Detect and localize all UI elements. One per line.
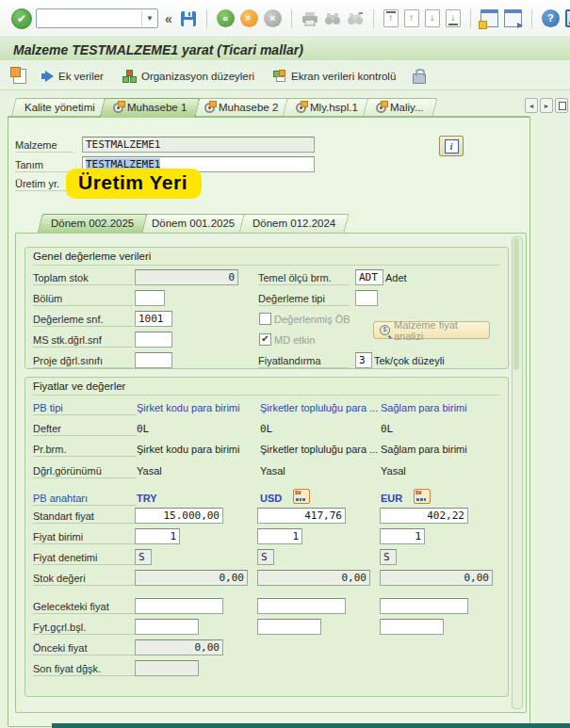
first-page-button[interactable]: ↑	[383, 8, 399, 30]
binoculars-icon	[324, 11, 341, 26]
customize-layout-button[interactable]	[564, 8, 570, 30]
pr-brm-usd: Şirketler topluluğu para ...	[260, 444, 378, 455]
command-field[interactable]: ▼	[36, 8, 158, 28]
toplam-stok-label: Toplam stok	[33, 272, 133, 285]
fiyatlandirma-field[interactable]: 3	[355, 352, 372, 368]
save-button[interactable]	[179, 8, 198, 30]
toolbar-separator	[291, 9, 292, 28]
malzeme-fiyat-analizi-button: $ Malzeme fiyat analizi	[373, 321, 490, 339]
exchange-rate-icon[interactable]	[293, 489, 310, 504]
pb-tipi-eur: Sağlam para birimi	[381, 402, 467, 413]
toolbar-separator	[531, 9, 532, 28]
uretim-yeri-label: Üretim yr.	[15, 178, 73, 191]
temel-olcu-field[interactable]: ADT	[355, 269, 383, 285]
tab-donem-012-2024[interactable]: Dönem 012.2024	[239, 214, 350, 234]
malzeme-field: TESTMALZEME1	[82, 137, 315, 153]
toplam-stok-field: 0	[135, 269, 238, 285]
find-button[interactable]	[323, 8, 342, 30]
fyt-gcrl-bsl-eur-field[interactable]	[380, 619, 444, 635]
degerleme-snf-label: Değerleme snf.	[33, 314, 133, 327]
groupbox-title: Genel değerleme verileri	[33, 251, 500, 266]
taskbar-edge	[52, 723, 570, 728]
stok-degeri-label: Stok değeri	[33, 573, 137, 586]
exit-button[interactable]: «	[239, 8, 259, 30]
help-button[interactable]: ?	[541, 8, 561, 30]
tab-mly-hspl-1[interactable]: Mly.hspl.1	[283, 98, 372, 118]
pr-brm-try: Şirket kodu para birimi	[137, 444, 239, 455]
son-fiyat-dgsk-field	[135, 660, 199, 676]
back-button[interactable]: «	[216, 8, 236, 30]
collapse-toolbar-icon[interactable]: «	[162, 11, 175, 26]
fyt-gcrl-bsl-try-field[interactable]	[135, 619, 199, 635]
uretim-yeri-annotation: Üretim Yeri	[66, 169, 202, 199]
fiyat-birimi-usd-field[interactable]: 1	[257, 528, 302, 544]
last-page-button[interactable]: ↓	[445, 8, 462, 30]
currency-eur: EUR	[381, 493, 402, 504]
tab-donem-002-2025[interactable]: Dönem 002.2025	[37, 214, 147, 234]
find-next-button[interactable]	[346, 8, 365, 30]
fiyat-denetimi-try-field: S	[135, 549, 152, 565]
tab-overview-button[interactable]	[555, 98, 568, 113]
create-shortcut-button[interactable]	[503, 8, 523, 30]
gelecekteki-fiyat-try-field[interactable]	[135, 598, 223, 614]
info-icon: i	[445, 139, 459, 154]
degerleme-snf-field[interactable]: 1001	[135, 311, 172, 327]
gelecekteki-fiyat-eur-field[interactable]	[380, 598, 468, 614]
tab-maliy[interactable]: Maliy...	[363, 98, 438, 118]
new-session-icon	[480, 9, 498, 27]
arrow-right-icon	[45, 71, 54, 82]
standart-fiyat-eur-field[interactable]: 402,22	[380, 508, 468, 524]
status-icon	[376, 103, 386, 113]
ekran-kontrol-label: Ekran verileri kontrolü	[291, 71, 396, 82]
enter-button[interactable]: ✔	[11, 8, 32, 29]
copy-from-button[interactable]	[11, 67, 28, 86]
bolum-field[interactable]	[135, 290, 165, 306]
standart-fiyat-try-field[interactable]: 15.000,00	[135, 508, 223, 524]
info-button[interactable]: i	[439, 136, 464, 156]
toolbar-separator	[206, 9, 207, 28]
degerleme-tipi-field[interactable]	[355, 290, 378, 306]
fiyatlar-groupbox: Fiyatlar ve değerler PB tipi Şirket kodu…	[24, 377, 509, 697]
vertical-scrollbar[interactable]	[512, 236, 523, 709]
shortcut-icon	[504, 9, 522, 27]
stok-degeri-eur-field: 0,00	[380, 570, 493, 586]
print-icon	[301, 11, 318, 26]
son-fiyat-dgsk-label: Son fiyat dğşk.	[33, 663, 137, 676]
ekran-verileri-kontrolu-button[interactable]: Ekran verileri kontrolü	[271, 68, 398, 84]
fiyatlandirma-text: Tek/çok düzeyli	[374, 355, 445, 366]
chevron-down-icon[interactable]: ▼	[141, 10, 157, 26]
new-session-button[interactable]	[480, 8, 499, 30]
fiyat-birimi-try-field[interactable]: 1	[135, 528, 180, 544]
organizasyon-duzeyleri-button[interactable]: Organizasyon düzeyleri	[121, 68, 256, 85]
ek-veriler-button[interactable]: Ek veriler	[43, 69, 106, 84]
print-button[interactable]	[301, 8, 319, 30]
tanim-label: Tanım	[15, 159, 73, 172]
ms-stk-dgrl-snf-field[interactable]	[135, 332, 172, 348]
cancel-button[interactable]: ×	[263, 8, 283, 30]
tab-kalite-yonetimi[interactable]: Kalite yönetimi	[10, 98, 108, 118]
previous-page-button[interactable]: ↑	[403, 8, 420, 30]
next-page-button[interactable]: ↓	[424, 8, 441, 30]
fyt-gcrl-bsl-usd-field[interactable]	[257, 619, 321, 635]
tab-donem-001-2025[interactable]: Dönem 001.2025	[138, 214, 249, 234]
proje-dgrl-sinifi-field[interactable]	[135, 352, 172, 368]
pb-tipi-usd: Şirketler topluluğu para ...	[260, 402, 378, 413]
fiyat-birimi-eur-field[interactable]: 1	[380, 528, 425, 544]
standart-fiyat-label: Standart fiyat	[33, 510, 137, 524]
fiyat-birimi-label: Fiyat birimi	[33, 531, 137, 544]
standart-fiyat-usd-field[interactable]: 417,76	[257, 508, 346, 524]
tab-scroll-right-button[interactable]: ►	[540, 98, 553, 113]
tabstrip-nav: ◄ ►	[525, 98, 568, 113]
dgrl-gorunumu-label: Dğrl.görünümü	[33, 465, 137, 478]
tab-muhasebe-2[interactable]: Muhasebe 2	[190, 98, 292, 118]
tab-scroll-left-button[interactable]: ◄	[525, 98, 538, 113]
screen-check-icon	[273, 70, 286, 82]
exchange-rate-icon[interactable]	[414, 489, 431, 504]
tab-muhasebe-1[interactable]: Muhasebe 1	[99, 98, 201, 118]
scrollbar-thumb[interactable]	[513, 238, 519, 370]
gelecekteki-fiyat-usd-field[interactable]	[257, 598, 346, 614]
stok-degeri-try-field: 0,00	[135, 570, 248, 586]
degerlenmis-ob-checkbox	[259, 313, 271, 325]
copy-icon	[13, 69, 26, 84]
gelecekteki-fiyat-label: Gelecekteki fiyat	[33, 601, 137, 614]
